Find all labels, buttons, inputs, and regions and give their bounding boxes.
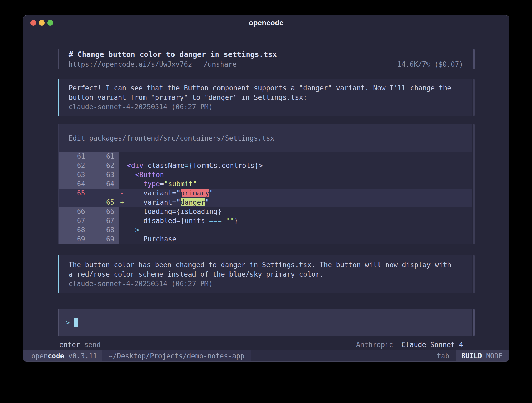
status-bar: opencode v0.3.11 ~/Desktop/Projects/demo… [23, 350, 509, 361]
session-subheader: https://opencode.ai/s/UwJxv76z /unshare … [69, 60, 472, 69]
edit-tool-title: Edit packages/frontend/src/containers/Se… [59, 124, 472, 152]
diff-row: 6767 disabled={units === ""} [59, 216, 472, 225]
prompt-symbol: > [66, 319, 70, 327]
model-name: Claude Sonnet 4 [401, 341, 463, 349]
message-text-line: button variant from "primary" to "danger… [69, 93, 472, 102]
session-content: # Change button color to danger in setti… [58, 30, 472, 349]
footer-hints: enter send Anthropic Claude Sonnet 4 [58, 340, 472, 349]
send-hint-label: send [84, 341, 101, 349]
prompt-input[interactable]: > [58, 309, 472, 336]
message-text-line: The button color has been changed to dan… [69, 260, 472, 270]
message-text-line: Perfect! I can see that the Button compo… [69, 83, 472, 93]
tab-key-hint: tab [437, 352, 456, 360]
mode-primary: BUILD [461, 352, 482, 360]
app-name-suffix: code [48, 352, 64, 360]
model-indicator: Anthropic Claude Sonnet 4 [356, 341, 463, 349]
diff-row: 6969 Purchase [59, 235, 472, 244]
diff-row: 6868 > [59, 225, 472, 235]
app-version-chip: opencode v0.3.11 [23, 350, 102, 361]
session-title: # Change button color to danger in setti… [69, 50, 472, 60]
message-text-line: a red/rose color scheme instead of the b… [69, 270, 472, 279]
share-url-link[interactable]: https://opencode.ai/s/UwJxv76z [69, 60, 192, 69]
app-name-prefix: open [31, 352, 48, 360]
terminal-window: opencode # Change button color to danger… [23, 15, 509, 362]
unshare-action[interactable]: /unshare [204, 60, 237, 69]
mode-secondary: MODE [486, 352, 503, 360]
mode-chip[interactable]: BUILD MODE [456, 350, 509, 361]
diff-row: 65+ variant="danger" [59, 198, 472, 207]
diff-rows: 61616262<div className={formCs.controls}… [59, 152, 472, 244]
message-model-timestamp: claude-sonnet-4-20250514 (06:27 PM) [69, 279, 472, 288]
assistant-message: Perfect! I can see that the Button compo… [58, 79, 472, 116]
enter-key-hint: enter [59, 341, 80, 349]
message-model-timestamp: claude-sonnet-4-20250514 (06:27 PM) [69, 102, 472, 112]
app-version: v0.3.11 [68, 352, 97, 360]
close-window-button[interactable] [30, 20, 36, 26]
text-cursor [74, 318, 78, 327]
window-title: opencode [249, 19, 283, 27]
minimize-window-button[interactable] [39, 20, 45, 26]
title-bar: opencode [23, 15, 509, 30]
edit-tool-block: Edit packages/frontend/src/containers/Se… [58, 124, 472, 244]
zoom-window-button[interactable] [47, 20, 53, 26]
model-provider: Anthropic [356, 341, 393, 349]
session-header: # Change button color to danger in setti… [58, 49, 472, 69]
assistant-message: The button color has been changed to dan… [58, 255, 472, 293]
traffic-lights [30, 20, 53, 26]
diff-row: 6161 [59, 152, 472, 161]
diff-row: 6666 loading={isLoading} [59, 207, 472, 216]
working-directory: ~/Desktop/Projects/demo-notes-app [102, 350, 251, 361]
diff-row: 6262<div className={formCs.controls}> [59, 161, 472, 170]
diff-row: 6363 <Button [59, 170, 472, 179]
diff-row: 6464 type="submit" [59, 179, 472, 189]
diff-row: 65- variant="primary" [59, 189, 472, 198]
token-usage-cost: 14.6K/7% ($0.07) [397, 60, 463, 69]
